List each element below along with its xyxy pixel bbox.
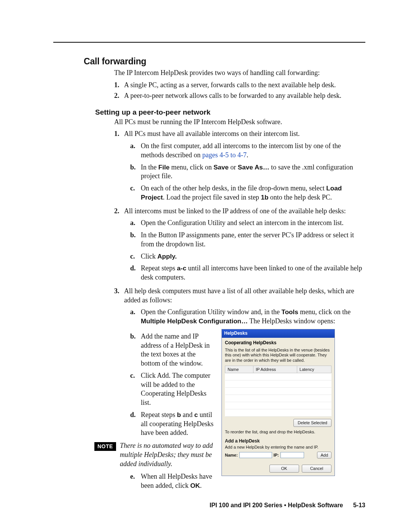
page-footer: IPI 100 and IPI 200 Series • HelpDesk So… bbox=[210, 501, 365, 509]
substep: c. On each of the other help desks, in t… bbox=[130, 184, 365, 202]
step-3: 3. All help desk computers must have a l… bbox=[114, 287, 365, 494]
table-row[interactable] bbox=[225, 395, 331, 402]
substep-text: Click Add. The computer will be added to… bbox=[141, 371, 215, 407]
ui-term: Multiple HelpDesk Configuration… bbox=[141, 318, 248, 325]
dialog-bottom-buttons: OK Cancel bbox=[225, 465, 331, 473]
substep-text: On the first computer, add all intercoms… bbox=[141, 142, 365, 160]
ip-input[interactable] bbox=[280, 452, 304, 458]
substep-text: Add the name and IP address of a HelpDes… bbox=[141, 332, 215, 368]
add-button[interactable]: Add bbox=[317, 452, 331, 459]
substep: a.Open the Configuration Utility and sel… bbox=[130, 219, 365, 228]
delete-row: Delete Selected bbox=[225, 419, 331, 427]
substep-letter: c. bbox=[130, 184, 141, 202]
name-input[interactable] bbox=[239, 452, 272, 458]
forwarding-ways-list: 1.A single PC, acting as a server, forwa… bbox=[114, 81, 365, 101]
page-crossref-link[interactable]: pages 4-5 to 4-7 bbox=[202, 151, 246, 159]
step-1: 1. All PCs must have all available inter… bbox=[114, 129, 365, 205]
body-content: The IP Intercom HelpDesk provides two wa… bbox=[53, 69, 365, 100]
table-row[interactable] bbox=[225, 388, 331, 395]
substep: b.In the Button IP assignments pane, ent… bbox=[130, 231, 365, 249]
text: or bbox=[229, 163, 238, 171]
substep-text: Open the Configuration Utility window an… bbox=[141, 308, 365, 326]
col-ip[interactable]: IP Address bbox=[253, 366, 297, 373]
dialog-titlebar: HelpDesks bbox=[222, 329, 335, 338]
substep: d. Repeat steps a-c until all intercoms … bbox=[130, 264, 365, 282]
substep-text: Click Apply. bbox=[141, 252, 177, 261]
text: On each of the other help desks, in the … bbox=[141, 184, 326, 192]
step-ref: 1b bbox=[261, 194, 268, 201]
substep-letter: d. bbox=[130, 264, 141, 282]
section-title: Call forwarding bbox=[53, 56, 365, 67]
group-title: Cooperating HelpDesks bbox=[225, 340, 331, 346]
substep: c. Click Apply. bbox=[130, 252, 365, 261]
name-label: Name: bbox=[225, 452, 238, 458]
text: onto the help desk PC. bbox=[268, 193, 332, 201]
list-number: 2. bbox=[114, 91, 124, 101]
group-description: This is the list of all the HelpDesks in… bbox=[225, 348, 331, 363]
text: Repeat steps bbox=[141, 411, 177, 419]
ip-label: IP: bbox=[274, 452, 279, 458]
lead-paragraph: The IP Intercom HelpDesk provides two wa… bbox=[114, 69, 365, 78]
text: menu, click on bbox=[169, 163, 213, 171]
add-helpdesk-desc: Add a new HelpDesk by entering the name … bbox=[225, 444, 331, 450]
step-2-substeps: a.Open the Configuration Utility and sel… bbox=[124, 219, 365, 282]
substep: d. Repeat steps b and c until all cooper… bbox=[130, 411, 215, 438]
ok-button[interactable]: OK bbox=[269, 465, 299, 473]
text: Click bbox=[141, 252, 158, 260]
step-number: 2. bbox=[114, 207, 124, 285]
document-page: Call forwarding The IP Intercom HelpDesk… bbox=[0, 0, 411, 532]
text: In the bbox=[141, 163, 158, 171]
text: Open the Configuration Utility window an… bbox=[141, 308, 281, 316]
step-1-substeps: a. On the first computer, add all interc… bbox=[124, 142, 365, 202]
cancel-button[interactable]: Cancel bbox=[302, 465, 331, 473]
step-3-substeps: a. Open the Configuration Utility window… bbox=[124, 308, 365, 326]
subsection-body: All PCs must be running the IP Intercom … bbox=[53, 118, 365, 494]
text: Repeat steps bbox=[141, 264, 177, 272]
helpdesks-dialog: HelpDesks Cooperating HelpDesks This is … bbox=[221, 329, 335, 476]
col-name[interactable]: Name bbox=[225, 366, 253, 373]
ui-term: Save bbox=[213, 164, 229, 171]
substep-letter: e. bbox=[130, 472, 141, 490]
table-row[interactable] bbox=[225, 373, 331, 380]
text: . bbox=[200, 482, 202, 489]
reorder-note: To reorder the list, drag and drop the H… bbox=[225, 429, 331, 435]
add-helpdesk-form: Name: IP: Add bbox=[225, 452, 331, 459]
substep: a. On the first computer, add all interc… bbox=[130, 142, 365, 160]
subheading: Setting up a peer-to-peer network bbox=[53, 107, 365, 117]
step-number: 1. bbox=[114, 129, 124, 205]
substep-letter: c. bbox=[130, 252, 141, 261]
step-2: 2. All intercoms must be linked to the I… bbox=[114, 207, 365, 285]
table-row[interactable] bbox=[225, 402, 331, 409]
substep: e. When all HelpDesks have been added, c… bbox=[130, 472, 215, 490]
sublead-paragraph: All PCs must be running the IP Intercom … bbox=[114, 118, 365, 127]
col-latency[interactable]: Latency bbox=[297, 366, 331, 373]
dialog-body: Cooperating HelpDesks This is the list o… bbox=[222, 338, 335, 476]
substep-letter: b. bbox=[130, 332, 141, 368]
substep-text: Repeat steps a-c until all intercoms hav… bbox=[141, 264, 365, 282]
text: . bbox=[247, 151, 249, 159]
substep: b.Add the name and IP address of a HelpD… bbox=[130, 332, 215, 368]
ui-term: OK bbox=[190, 482, 200, 489]
list-text: A single PC, acting as a server, forward… bbox=[124, 81, 336, 90]
table-row[interactable] bbox=[225, 409, 331, 417]
note-badge: NOTE bbox=[94, 442, 116, 451]
substep-letter: a. bbox=[130, 219, 141, 228]
step-ref: a-c bbox=[177, 265, 186, 272]
step-3-two-col: b.Add the name and IP address of a HelpD… bbox=[124, 329, 365, 494]
footer-title: IPI 100 and IPI 200 Series • HelpDesk So… bbox=[210, 502, 343, 508]
substep-letter: a. bbox=[130, 308, 141, 326]
substep-letter: b. bbox=[130, 163, 141, 181]
list-number: 1. bbox=[114, 81, 124, 90]
delete-selected-button[interactable]: Delete Selected bbox=[293, 419, 331, 427]
setup-steps: 1. All PCs must have all available inter… bbox=[114, 129, 365, 494]
step-3-left-text: b.Add the name and IP address of a HelpD… bbox=[124, 329, 215, 494]
note-block: NOTE There is no automated way to add mu… bbox=[94, 441, 215, 468]
step-text: All intercoms must be linked to the IP a… bbox=[124, 207, 346, 215]
substep-text: When all HelpDesks have been added, clic… bbox=[141, 472, 215, 490]
note-text: There is no automated way to add multipl… bbox=[120, 441, 215, 468]
table-row[interactable] bbox=[225, 380, 331, 388]
helpdesks-table[interactable]: Name IP Address Latency bbox=[225, 366, 331, 417]
step-text: All PCs must have all available intercom… bbox=[124, 130, 299, 137]
list-text: A peer-to-peer network allows calls to b… bbox=[124, 91, 341, 101]
substep: b. In the File menu, click on Save or Sa… bbox=[130, 163, 365, 181]
